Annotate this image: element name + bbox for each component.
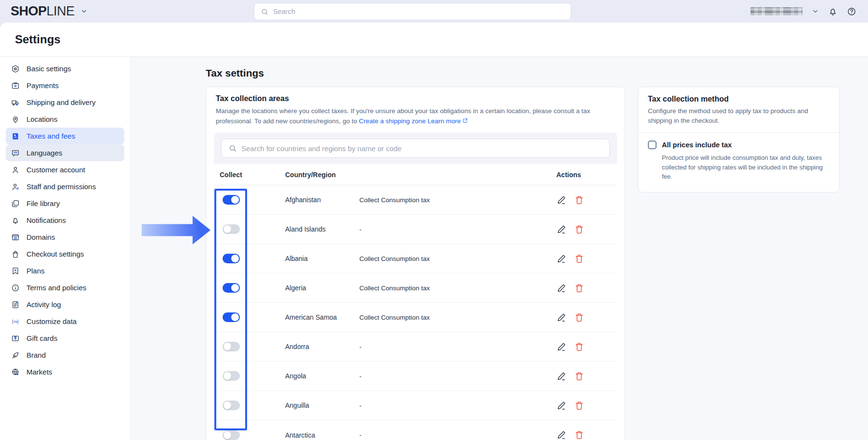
learn-more-link[interactable]: Learn more [428,117,461,125]
notifications-bell-icon[interactable] [828,7,838,16]
collect-toggle[interactable] [223,283,240,293]
all-prices-checkbox[interactable] [648,141,657,149]
global-search[interactable] [254,3,571,20]
sidebar-item-languages[interactable]: ENLanguages [6,144,124,161]
gift-card-icon [11,334,20,343]
sidebar-item-markets[interactable]: Markets [6,363,124,380]
account-name-redacted [750,7,802,15]
delete-icon[interactable] [574,254,584,264]
country-name: Antarctica [285,431,359,439]
checkout-bag-icon [11,250,20,259]
delete-icon[interactable] [574,283,584,293]
account-chevron-icon[interactable] [812,8,819,15]
tax-status: - [359,343,556,350]
search-icon [261,8,269,16]
sidebar-item-label: Locations [26,115,57,123]
delete-icon[interactable] [574,195,584,205]
svg-text:Aa: Aa [14,320,18,323]
sidebar-item-basic-settings[interactable]: Basic settings [6,60,124,77]
sidebar-item-terms-and-policies[interactable]: Terms and policies [6,279,124,296]
edit-icon[interactable] [556,430,566,440]
edit-icon[interactable] [556,342,566,352]
tax-status: Collect Consumption tax [359,314,556,321]
delete-icon[interactable] [574,430,584,440]
sidebar-item-label: Markets [26,368,52,376]
delete-icon[interactable] [574,371,584,381]
table-row: Aland Islands- [214,215,617,244]
sidebar-item-plans[interactable]: Plans [6,262,124,279]
table-row: AlgeriaCollect Consumption tax [214,273,617,303]
shipping-truck-icon [11,98,20,107]
markets-globe-icon [11,368,20,376]
sidebar-item-brand[interactable]: Brand [6,347,124,363]
sidebar-item-gift-cards[interactable]: Gift cards [6,330,124,347]
collect-toggle[interactable] [223,342,240,351]
sidebar-item-notifications[interactable]: Notifications [6,212,124,229]
edit-icon[interactable] [556,224,566,234]
domain-window-icon [11,233,20,242]
country-name: Aland Islands [285,225,359,233]
collect-toggle[interactable] [223,312,240,322]
edit-icon[interactable] [556,312,566,323]
country-search[interactable] [221,139,610,158]
table-row: AfghanistanCollect Consumption tax [214,185,617,215]
help-icon[interactable] [847,7,856,16]
country-name: Algeria [285,284,359,292]
global-search-input[interactable] [273,8,565,15]
brand-brush-icon [11,351,20,360]
tax-collection-method-card: Tax collection method Configure the meth… [638,87,840,193]
svg-text:EN: EN [13,152,17,154]
edit-icon[interactable] [556,371,566,381]
country-search-input[interactable] [241,144,603,153]
edit-icon[interactable] [556,195,566,205]
sidebar-item-domains[interactable]: Domains [6,229,124,246]
sidebar-item-locations[interactable]: Locations [6,111,124,128]
logo-text-light: LINE [47,4,75,19]
main-panel: Tax settings Tax collection areas Manage… [131,57,868,440]
delete-icon[interactable] [574,342,584,352]
sidebar-item-activity-log[interactable]: Activity log [6,296,124,313]
sidebar-item-shipping-and-delivery[interactable]: Shipping and delivery [6,94,124,111]
sidebar-item-checkout-settings[interactable]: Checkout settings [6,246,124,262]
tax-status: - [359,431,556,439]
tax-status: Collect Consumption tax [359,255,556,262]
delete-icon[interactable] [574,224,584,234]
edit-icon[interactable] [556,283,566,293]
collect-toggle[interactable] [223,254,240,263]
delete-icon[interactable] [574,401,584,411]
sidebar-item-file-library[interactable]: File library [6,195,124,212]
tax-status: - [359,226,556,233]
sidebar-item-staff-and-permissions[interactable]: Staff and permissions [6,178,124,195]
search-icon [228,144,237,153]
collect-toggle[interactable] [223,195,240,205]
delete-icon[interactable] [574,312,584,323]
table-header: Collect Country/Region Actions [214,164,617,185]
sidebar-item-label: Customer account [26,166,85,174]
sidebar-item-taxes-and-fees[interactable]: Taxes and fees [6,128,124,144]
collect-toggle[interactable] [223,224,240,234]
table-row: Angola- [214,362,617,391]
tax-status: - [359,402,556,409]
collect-toggle[interactable] [223,401,240,410]
sidebar-item-label: Basic settings [26,65,71,73]
basic-settings-icon [11,65,20,73]
edit-icon[interactable] [556,401,566,411]
edit-icon[interactable] [556,254,566,264]
plans-bookmark-icon [11,267,20,275]
topbar: SHOPLINE [0,0,868,23]
sidebar-item-label: Checkout settings [26,250,84,258]
country-name: Angola [285,372,359,380]
collect-toggle[interactable] [223,430,240,440]
store-switcher-chevron-icon[interactable] [80,8,88,15]
shopline-logo[interactable]: SHOPLINE [0,4,88,19]
sidebar-item-payments[interactable]: Payments [6,77,124,94]
sidebar-item-customer-account[interactable]: Customer account [6,161,124,178]
sidebar-item-customize-data[interactable]: {}AaCustomize data [6,313,124,330]
col-header-actions: Actions [556,171,617,179]
create-shipping-zone-link[interactable]: Create a shipping zone [359,117,426,125]
payments-icon [11,81,20,90]
sidebar-item-label: Notifications [26,216,66,224]
method-card-description: Configure the method used to apply tax t… [648,106,829,126]
sidebar-item-label: Taxes and fees [26,132,75,140]
collect-toggle[interactable] [223,371,240,381]
